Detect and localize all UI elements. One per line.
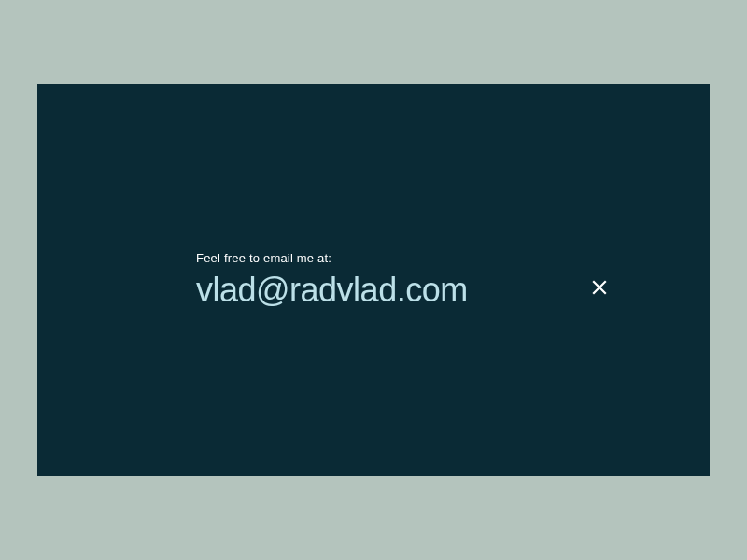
prompt-label: Feel free to email me at: xyxy=(196,251,710,265)
close-button[interactable] xyxy=(588,278,611,301)
close-icon xyxy=(592,280,607,299)
contact-modal: Feel free to email me at: vlad@radvlad.c… xyxy=(37,84,710,476)
email-address[interactable]: vlad@radvlad.com xyxy=(196,271,710,310)
